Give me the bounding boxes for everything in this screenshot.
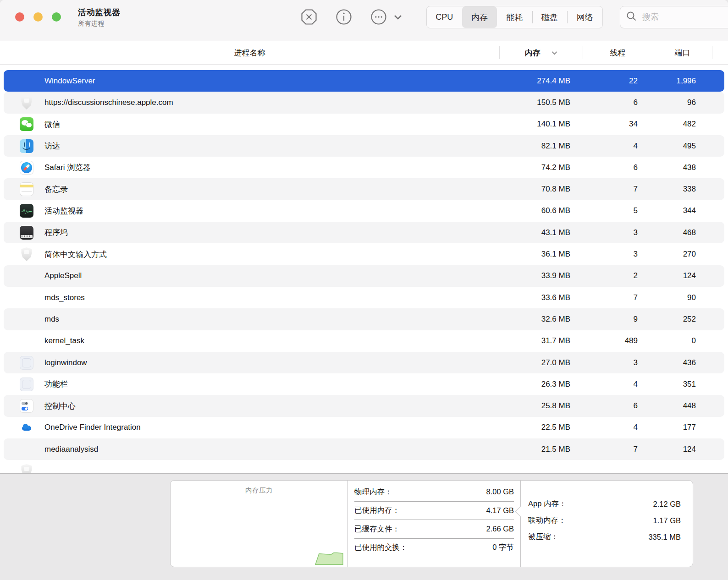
table-row[interactable]: 控制中心 25.8 MB 6 448 (4, 395, 724, 416)
table-row[interactable]: https://discussionschinese.apple.com 150… (4, 92, 724, 113)
table-row[interactable]: 微信 140.1 MB 34 482 (4, 114, 724, 135)
process-name: Safari 浏览器 (44, 162, 90, 173)
stat-cached-files: 已缓存文件： 2.66 GB (354, 520, 514, 539)
process-memory: 274.4 MB (499, 77, 583, 86)
column-header-process-name[interactable]: 进程名称 (0, 41, 499, 64)
process-memory: 140.1 MB (499, 120, 583, 129)
process-ports: 270 (653, 250, 712, 259)
view-switcher: CPU 内存 能耗 磁盘 网络 (426, 6, 603, 28)
column-header-ports[interactable]: 端口 (653, 41, 712, 64)
wechat-icon (20, 117, 33, 131)
process-threads: 9 (583, 315, 653, 324)
table-row[interactable]: 简体中文输入方式 36.1 MB 3 270 (4, 243, 724, 265)
process-ports: 96 (653, 98, 712, 107)
tab-disk[interactable]: 磁盘 (532, 6, 568, 28)
memory-summary-box: 内存压力 物理内存： 8.00 GB 已使用内存： 4.17 GB (170, 480, 693, 567)
close-button[interactable] (15, 12, 24, 22)
table-row[interactable]: mediaanalysisd 21.5 MB 7 124 (4, 438, 724, 460)
table-row[interactable]: mds 32.6 MB 9 252 (4, 308, 724, 330)
column-header-memory[interactable]: 内存 (499, 41, 583, 64)
process-threads: 3 (583, 250, 653, 259)
table-row[interactable]: loginwindow 27.0 MB 3 436 (4, 352, 724, 373)
search-icon (620, 11, 641, 23)
process-name: 访达 (44, 141, 60, 151)
onedrive-icon (20, 421, 33, 434)
process-threads: 6 (583, 163, 653, 172)
search-input[interactable] (641, 12, 728, 22)
process-name: 控制中心 (44, 401, 76, 411)
zoom-button[interactable] (52, 12, 61, 22)
process-memory: 32.6 MB (499, 315, 583, 324)
process-threads: 4 (583, 142, 653, 151)
process-name: 微信 (44, 119, 60, 130)
process-memory: 36.1 MB (499, 250, 583, 259)
table-row[interactable]: WindowServer 274.4 MB 22 1,996 (4, 70, 724, 92)
table-row[interactable]: AppleSpell 33.9 MB 2 124 (4, 265, 724, 287)
stat-memory-used: 已使用内存： 4.17 GB (354, 502, 514, 520)
process-threads: 34 (583, 120, 653, 129)
process-icon (20, 334, 33, 348)
process-icon (20, 74, 33, 88)
table-row[interactable] (4, 460, 724, 473)
process-name: 程序坞 (44, 227, 68, 238)
minimize-button[interactable] (33, 12, 43, 22)
shield-icon (20, 247, 33, 261)
stat-wired-memory: 联动内存： 1.17 GB (528, 512, 681, 529)
process-ports: 495 (653, 142, 712, 151)
tab-cpu[interactable]: CPU (427, 6, 462, 28)
table-row[interactable]: mds_stores 33.6 MB 7 90 (4, 287, 724, 308)
tab-network[interactable]: 网络 (567, 6, 602, 28)
table-header: 进程名称 内存 线程 端口 (0, 41, 728, 65)
search-field (620, 6, 728, 28)
shield-icon (20, 464, 33, 473)
process-ports: 344 (653, 206, 712, 215)
stat-swap-used: 已使用的交换： 0 字节 (354, 539, 514, 557)
stat-physical-memory: 物理内存： 8.00 GB (354, 483, 514, 502)
finder-icon (20, 139, 33, 153)
process-ports: 438 (653, 163, 712, 172)
process-name: 活动监视器 (44, 206, 83, 216)
process-memory: 150.5 MB (499, 98, 583, 107)
activity-monitor-window: 活动监视器 所有进程 (0, 0, 728, 580)
table-row[interactable]: OneDrive Finder Integration 22.5 MB 4 17… (4, 417, 724, 438)
process-threads: 4 (583, 423, 653, 432)
process-ports: 436 (653, 358, 712, 367)
stat-app-memory: App 内存： 2.12 GB (528, 496, 681, 512)
table-row[interactable]: kernel_task 31.7 MB 489 0 (4, 330, 724, 352)
process-threads: 7 (583, 293, 653, 302)
inspect-process-button[interactable] (335, 8, 353, 26)
process-ports: 468 (653, 228, 712, 237)
table-row[interactable]: 活动监视器 60.6 MB 5 344 (4, 200, 724, 222)
quit-process-button[interactable] (300, 8, 318, 26)
memory-breakdown-section: App 内存： 2.12 GB 联动内存： 1.17 GB 被压缩： 335.1… (521, 481, 693, 567)
process-memory: 22.5 MB (499, 423, 583, 432)
tab-memory[interactable]: 内存 (462, 6, 497, 28)
process-memory: 43.1 MB (499, 228, 583, 237)
more-options-button[interactable] (370, 8, 405, 26)
process-ports: 1,996 (653, 77, 712, 86)
table-row[interactable]: 功能栏 26.3 MB 4 351 (4, 373, 724, 395)
safari-icon (20, 161, 33, 175)
process-ports: 448 (653, 401, 712, 410)
table-row[interactable]: Safari 浏览器 74.2 MB 6 438 (4, 157, 724, 178)
inspect-process-icon (335, 8, 353, 26)
column-header-spacer (712, 41, 728, 64)
notes-icon (20, 182, 33, 196)
column-header-threads[interactable]: 线程 (583, 41, 653, 64)
memory-pressure-chart (315, 552, 343, 567)
process-icon (20, 443, 33, 456)
more-options-icon (370, 8, 405, 26)
activity-monitor-icon (20, 204, 33, 218)
process-name: AppleSpell (44, 271, 82, 280)
process-memory: 60.6 MB (499, 206, 583, 215)
process-name: https://discussionschinese.apple.com (44, 98, 173, 107)
table-row[interactable]: 程序坞 43.1 MB 3 468 (4, 222, 724, 243)
process-memory: 27.0 MB (499, 358, 583, 367)
table-row[interactable]: 备忘录 70.8 MB 7 338 (4, 178, 724, 200)
process-memory: 33.9 MB (499, 271, 583, 280)
tab-energy[interactable]: 能耗 (497, 6, 532, 28)
process-name: mds_stores (44, 293, 85, 302)
table-row[interactable]: 访达 82.1 MB 4 495 (4, 135, 724, 157)
process-threads: 7 (583, 185, 653, 194)
traffic-lights (15, 12, 61, 22)
